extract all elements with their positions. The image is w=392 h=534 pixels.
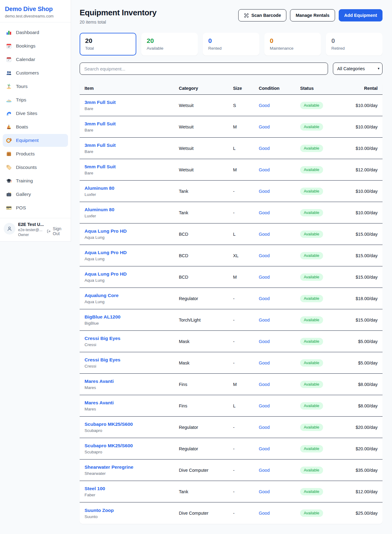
item-condition-link[interactable]: Good: [259, 318, 300, 322]
item-condition-link[interactable]: Good: [259, 339, 300, 344]
item-name-link[interactable]: Aqua Lung Pro HD: [85, 228, 179, 234]
add-equipment-button[interactable]: Add Equipment: [339, 9, 383, 21]
item-name-link[interactable]: Aluminum 80: [85, 185, 179, 191]
item-size: S: [233, 103, 259, 108]
item-name-link[interactable]: Shearwater Peregrine: [85, 464, 179, 470]
item-condition-link[interactable]: Good: [259, 210, 300, 215]
category-select[interactable]: All Categories: [333, 63, 383, 75]
sidebar-item-dashboard[interactable]: Dashboard: [3, 26, 68, 39]
item-size: M: [233, 167, 259, 172]
item-condition-link[interactable]: Good: [259, 425, 300, 430]
item-condition-link[interactable]: Good: [259, 167, 300, 172]
item-name-link[interactable]: Scubapro MK25/S600: [85, 421, 179, 427]
item-size: -: [233, 296, 259, 301]
item-name-link[interactable]: Aqua Lung Pro HD: [85, 250, 179, 255]
sidebar-item-discounts[interactable]: Discounts: [3, 161, 68, 174]
item-condition-link[interactable]: Good: [259, 189, 300, 194]
item-name-link[interactable]: Aluminum 80: [85, 207, 179, 212]
item-rental-rate: $35.00/day: [349, 468, 378, 473]
stat-value: 20: [85, 37, 131, 44]
stat-card-rented[interactable]: 0 Rented: [203, 33, 259, 55]
table-row: Scubapro MK25/S600 Scubapro Regulator - …: [80, 417, 383, 438]
item-condition-link[interactable]: Good: [259, 275, 300, 280]
stat-card-total[interactable]: 20 Total: [80, 33, 136, 55]
equipment-table: Item Category Size Condition Status Rent…: [80, 82, 383, 524]
item-name-link[interactable]: Mares Avanti: [85, 379, 179, 384]
item-condition-link[interactable]: Good: [259, 360, 300, 365]
barcode-scan-icon: [244, 13, 249, 18]
sidebar-item-customers[interactable]: Customers: [3, 67, 68, 79]
sidebar-item-calendar[interactable]: Calendar: [3, 53, 68, 66]
user-info: E2E Test U... e2e-tester@... Owner: [18, 222, 44, 237]
sidebar-item-training[interactable]: Training: [3, 174, 68, 187]
item-name-link[interactable]: Mares Avanti: [85, 400, 179, 406]
status-badge: Available: [300, 123, 323, 131]
sign-out-icon: [47, 229, 51, 234]
table-header-row: Item Category Size Condition Status Rent…: [80, 82, 383, 95]
stat-card-retired[interactable]: 0 Retired: [326, 33, 383, 55]
item-name-link[interactable]: BigBlue AL1200: [85, 314, 179, 320]
item-condition-link[interactable]: Good: [259, 103, 300, 108]
item-name-link[interactable]: Aqua Lung Pro HD: [85, 271, 179, 277]
item-category: Regulator: [179, 446, 233, 451]
sidebar-item-tours[interactable]: Tours: [3, 80, 68, 93]
item-rental-rate: $10.00/day: [349, 103, 378, 108]
person-icon: [6, 226, 13, 232]
item-size: -: [233, 425, 259, 430]
sidebar-item-bookings[interactable]: 17 Bookings: [3, 40, 68, 52]
status-badge: Available: [300, 145, 323, 152]
dive-sites-icon: [6, 110, 12, 116]
item-condition-link[interactable]: Good: [259, 511, 300, 516]
item-condition-link[interactable]: Good: [259, 232, 300, 237]
item-condition-link[interactable]: Good: [259, 403, 300, 408]
item-size: M: [233, 124, 259, 129]
item-name-link[interactable]: 3mm Full Suit: [85, 121, 179, 127]
sidebar-nav: Dashboard 17 Bookings Calendar Customers…: [0, 22, 71, 218]
sidebar-item-equipment[interactable]: Equipment: [3, 134, 68, 147]
sidebar-item-pos[interactable]: POS: [3, 201, 68, 214]
sidebar-item-dive-sites[interactable]: Dive Sites: [3, 107, 68, 120]
category-filter: All Categories ▾: [333, 63, 383, 75]
scan-barcode-button[interactable]: Scan Barcode: [238, 9, 287, 21]
item-name-link[interactable]: Steel 100: [85, 486, 179, 491]
item-brand: Cressi: [85, 342, 179, 347]
tours-icon: [6, 83, 12, 90]
search-row: All Categories ▾: [80, 63, 383, 75]
item-condition-link[interactable]: Good: [259, 468, 300, 473]
status-badge: Available: [300, 338, 323, 345]
item-name-link[interactable]: 5mm Full Suit: [85, 164, 179, 170]
item-condition-link[interactable]: Good: [259, 382, 300, 387]
status-badge: Available: [300, 252, 323, 259]
item-size: L: [233, 403, 259, 408]
sidebar-item-boats[interactable]: Boats: [3, 120, 68, 133]
item-condition-link[interactable]: Good: [259, 253, 300, 258]
item-name-link[interactable]: Scubapro MK25/S600: [85, 443, 179, 448]
table-row: Aqua Lung Pro HD Aqua Lung BCD L Good Av…: [80, 223, 383, 245]
sidebar: Demo Dive Shop demo.test.divestreams.com…: [0, 0, 71, 242]
item-brand: Bare: [85, 106, 179, 111]
item-condition-link[interactable]: Good: [259, 489, 300, 494]
item-name-link[interactable]: Suunto Zoop: [85, 508, 179, 513]
item-name-link[interactable]: 3mm Full Suit: [85, 143, 179, 148]
search-input[interactable]: [80, 63, 328, 75]
item-condition-link[interactable]: Good: [259, 446, 300, 451]
item-condition-link[interactable]: Good: [259, 296, 300, 301]
item-name-link[interactable]: 3mm Full Suit: [85, 100, 179, 105]
sidebar-item-gallery[interactable]: Gallery: [3, 188, 68, 201]
item-name-link[interactable]: Aqualung Core: [85, 293, 179, 298]
stat-card-maintenance[interactable]: 0 Maintenance: [264, 33, 321, 55]
item-name-link[interactable]: Cressi Big Eyes: [85, 336, 179, 341]
manage-rentals-button[interactable]: Manage Rentals: [290, 9, 335, 21]
item-condition-link[interactable]: Good: [259, 124, 300, 129]
item-size: -: [233, 210, 259, 215]
item-condition-link[interactable]: Good: [259, 146, 300, 151]
status-badge: Available: [300, 509, 323, 517]
stat-label: Total: [85, 46, 131, 51]
item-name-link[interactable]: Cressi Big Eyes: [85, 357, 179, 363]
item-size: XL: [233, 253, 259, 258]
item-category: Wetsuit: [179, 103, 233, 108]
sidebar-item-trips[interactable]: Trips: [3, 93, 68, 106]
sidebar-item-products[interactable]: Products: [3, 147, 68, 160]
stat-card-available[interactable]: 20 Available: [141, 33, 198, 55]
sign-out-button[interactable]: Sign Out: [47, 226, 67, 236]
